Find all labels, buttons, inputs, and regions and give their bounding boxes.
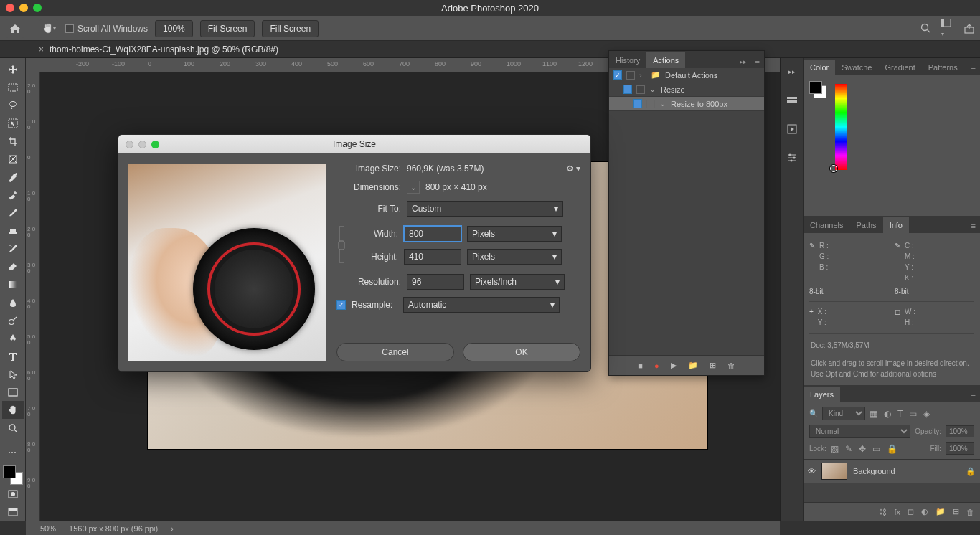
blur-tool[interactable]: [2, 294, 24, 312]
opacity-input[interactable]: [946, 425, 974, 437]
quick-mask-button[interactable]: [2, 485, 24, 503]
layers-tab[interactable]: Layers: [804, 387, 840, 402]
zoom-window-button[interactable]: [33, 4, 42, 12]
layer-style-icon[interactable]: fx: [894, 508, 900, 516]
home-button[interactable]: [6, 19, 24, 38]
collapse-panel-icon[interactable]: ▸▸: [735, 55, 751, 68]
color-fg-bg-swatch[interactable]: [809, 81, 826, 98]
document-tab[interactable]: × thom-holmes-Ct_WqIX28EA-unsplash.jpg @…: [32, 42, 286, 57]
new-layer-icon[interactable]: ⊞: [953, 507, 959, 516]
hand-tool[interactable]: [2, 401, 24, 419]
link-layers-icon[interactable]: ⛓: [879, 508, 887, 516]
new-set-button[interactable]: 📁: [688, 361, 698, 370]
color-tab[interactable]: Color: [804, 60, 835, 75]
constrain-proportions-icon[interactable]: [334, 224, 349, 267]
search-icon[interactable]: 🔍: [809, 409, 818, 417]
resample-select[interactable]: Automatic▾: [403, 297, 560, 313]
fill-input[interactable]: [946, 442, 974, 455]
dodge-tool[interactable]: [2, 312, 24, 330]
height-input[interactable]: [404, 249, 461, 265]
swatches-tab[interactable]: Swatche: [835, 60, 878, 75]
pixel-filter-icon[interactable]: ▦: [870, 409, 877, 419]
lock-artboard-icon[interactable]: ▭: [872, 444, 880, 454]
lasso-tool[interactable]: [2, 97, 24, 115]
dialog-zoom-button[interactable]: [151, 141, 159, 148]
layer-thumbnail[interactable]: [821, 463, 847, 480]
type-tool[interactable]: [2, 348, 24, 366]
action-row[interactable]: ✓ › 📁 Default Actions: [609, 68, 764, 82]
width-input[interactable]: [404, 226, 461, 242]
foreground-background-swatches[interactable]: [3, 465, 23, 485]
clone-stamp-tool[interactable]: [2, 222, 24, 240]
channels-tab[interactable]: Channels: [804, 217, 849, 233]
close-window-button[interactable]: [6, 4, 14, 12]
fit-screen-button[interactable]: Fit Screen: [200, 20, 255, 37]
status-menu-icon[interactable]: ›: [171, 524, 174, 533]
play-icon[interactable]: [782, 121, 802, 137]
ok-button[interactable]: OK: [463, 343, 580, 361]
marquee-tool[interactable]: [2, 79, 24, 97]
visibility-icon[interactable]: 👁: [808, 467, 816, 475]
crop-tool[interactable]: [2, 133, 24, 151]
play-button[interactable]: ▶: [671, 361, 677, 370]
info-tab[interactable]: Info: [883, 217, 909, 233]
path-selection-tool[interactable]: [2, 365, 24, 383]
patterns-tab[interactable]: Patterns: [922, 60, 964, 75]
history-tab[interactable]: History: [609, 52, 646, 68]
edit-toolbar-button[interactable]: ⋯: [2, 443, 24, 461]
adjustments-icon[interactable]: [782, 150, 802, 166]
blend-mode-select[interactable]: Normal: [809, 425, 910, 438]
history-brush-tool[interactable]: [2, 240, 24, 258]
actions-tab[interactable]: Actions: [646, 52, 685, 68]
zoom-level[interactable]: 50%: [40, 524, 56, 533]
group-icon[interactable]: 📁: [936, 507, 946, 516]
lock-transparency-icon[interactable]: ▨: [831, 444, 839, 454]
resolution-input[interactable]: [407, 274, 464, 290]
action-row[interactable]: ⌄ Resize to 800px: [609, 97, 764, 111]
stop-button[interactable]: ■: [638, 361, 643, 370]
paths-tab[interactable]: Paths: [849, 217, 882, 233]
libraries-icon[interactable]: [782, 93, 802, 108]
brush-tool[interactable]: [2, 204, 24, 222]
panel-menu-icon[interactable]: ≡: [967, 61, 980, 75]
action-row[interactable]: ⌄ Resize: [609, 82, 764, 97]
share-icon[interactable]: [964, 24, 974, 34]
move-tool[interactable]: [2, 61, 24, 79]
frame-tool[interactable]: [2, 151, 24, 169]
zoom-tool[interactable]: [2, 419, 24, 437]
expand-panels-icon[interactable]: ▸▸: [782, 64, 802, 80]
resample-checkbox[interactable]: ✓: [336, 300, 346, 310]
close-tab-icon[interactable]: ×: [39, 44, 44, 55]
type-filter-icon[interactable]: T: [897, 409, 903, 419]
zoom-100-button[interactable]: 100%: [155, 20, 193, 37]
adjustment-filter-icon[interactable]: ◐: [884, 409, 891, 419]
lock-all-icon[interactable]: 🔒: [887, 444, 897, 454]
dialog-titlebar[interactable]: Image Size: [118, 135, 590, 153]
dialog-preview[interactable]: [128, 164, 326, 361]
layer-row[interactable]: 👁 Background 🔒: [804, 460, 980, 483]
dialog-minimize-button[interactable]: [138, 141, 146, 148]
scroll-all-checkbox[interactable]: Scroll All Windows: [65, 24, 148, 34]
resolution-unit-select[interactable]: Pixels/Inch▾: [470, 274, 565, 290]
new-action-button[interactable]: ⊞: [710, 361, 716, 370]
disclosure-icon[interactable]: ⌄: [649, 85, 656, 94]
minimize-window-button[interactable]: [19, 4, 28, 12]
delete-layer-icon[interactable]: 🗑: [966, 508, 974, 516]
layer-filter-select[interactable]: Kind: [822, 407, 865, 420]
doc-dimensions[interactable]: 1560 px x 800 px (96 ppi): [69, 524, 158, 533]
lock-pixels-icon[interactable]: ✎: [845, 444, 852, 454]
fit-to-select[interactable]: Custom▾: [407, 201, 563, 217]
panel-menu-icon[interactable]: ≡: [967, 219, 980, 233]
lock-icon[interactable]: 🔒: [966, 467, 976, 476]
toggle-dialog-icon[interactable]: [626, 71, 635, 80]
width-unit-select[interactable]: Pixels▾: [467, 226, 562, 242]
adjustment-layer-icon[interactable]: ◐: [921, 507, 928, 516]
dialog-close-button[interactable]: [126, 141, 133, 148]
pen-tool[interactable]: [2, 330, 24, 348]
workspace-switcher-icon[interactable]: ▾: [941, 19, 954, 38]
disclosure-icon[interactable]: ⌄: [659, 99, 666, 108]
eyedropper-tool[interactable]: [2, 169, 24, 186]
eraser-tool[interactable]: [2, 258, 24, 276]
lock-position-icon[interactable]: ✥: [859, 444, 866, 454]
record-button[interactable]: ●: [654, 361, 659, 370]
